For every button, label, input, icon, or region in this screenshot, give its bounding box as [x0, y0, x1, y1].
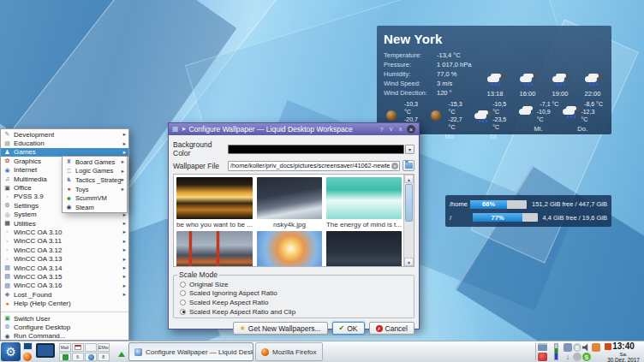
menu-item[interactable]: ◆ Lost _Found ▸: [1, 290, 128, 299]
background-color-swatch[interactable]: [228, 145, 404, 154]
menu-item[interactable]: ▨ WinCC OA 3.14 ▸: [1, 264, 128, 272]
network-icon[interactable]: [592, 343, 600, 352]
submenu-item[interactable]: ◉ Steam ▸: [63, 203, 127, 212]
pager-desktop-cell[interactable]: Mail: [59, 343, 71, 352]
daily-forecast-item: -15,3 °C -22,7 °C Mo.: [428, 100, 473, 140]
menu-item[interactable]: ● Help (Help Center) ▸: [1, 299, 128, 307]
weather-detail-row: Wind Direction: 120 °: [384, 88, 480, 98]
dark-tree-photo-icon[interactable]: [326, 231, 402, 267]
browse-file-button[interactable]: [402, 160, 414, 171]
red-app-icon[interactable]: [538, 353, 547, 361]
menu-item[interactable]: ▫ WinCC OA 3.10 ▸: [1, 228, 128, 236]
lock-icon[interactable]: [564, 343, 572, 352]
pager-indicator-icon[interactable]: [118, 352, 125, 357]
pager-desktop-cell[interactable]: EMw: [98, 343, 110, 352]
idle-icon[interactable]: [573, 353, 581, 361]
radio-button-icon[interactable]: [180, 290, 186, 296]
scrollbar[interactable]: ▲ ▼: [403, 175, 414, 266]
cloud-icon: [516, 104, 537, 119]
menu-item[interactable]: ▫ WinCC OA 3.13 ▸: [1, 254, 128, 263]
help-button[interactable]: ?: [377, 125, 386, 134]
kde-launcher-button[interactable]: ⚙: [1, 342, 21, 361]
night-sky-photo-icon[interactable]: [257, 177, 322, 219]
menu-item[interactable]: ✎ Development ▸: [1, 130, 128, 139]
cancel-button[interactable]: ✗ Cancel: [369, 322, 414, 335]
sunset-lake-photo-icon[interactable]: [176, 177, 253, 219]
submenu-item[interactable]: ♞ Tactics _Strategy ▸: [63, 175, 127, 185]
close-button[interactable]: ×: [407, 125, 415, 134]
winter-sunrise-photo-icon[interactable]: [257, 231, 322, 267]
task-button[interactable]: Configure Wallpaper — Liquid Desktop Wor…: [128, 342, 253, 361]
pager-desktop-cell[interactable]: 6: [72, 353, 84, 361]
menu-item[interactable]: ▨ WinCC OA 3.15 ▸: [1, 272, 128, 281]
system-tray: B↓S: [564, 343, 601, 362]
menu-item[interactable]: ▦ Utilities ▸: [1, 219, 128, 228]
menu-item[interactable]: ▫ WinCC OA 3.11 ▸: [1, 237, 128, 246]
firefox-launcher-icon[interactable]: [23, 353, 32, 361]
scale-mode-option[interactable]: Original Size: [177, 280, 410, 289]
task-button[interactable]: Mozilla Firefox: [255, 342, 323, 361]
submenu-arrow-icon: ▸: [123, 149, 126, 156]
scroll-down-icon[interactable]: ▼: [404, 258, 414, 266]
virtual-desktop-pager: Mail EMw 6 8: [59, 343, 110, 361]
volume-icon[interactable]: [582, 343, 591, 352]
radio-button-icon[interactable]: [180, 309, 186, 315]
bluetooth-icon[interactable]: B: [573, 343, 581, 352]
wallpaper-thumbnail[interactable]: be who you want to be ...: [176, 177, 253, 229]
menu-item[interactable]: ▨ WinCC OA 3.16 ▸: [1, 282, 128, 290]
scale-mode-option[interactable]: Scaled Ignoring Aspect Ratio: [177, 289, 410, 299]
maximize-button[interactable]: ∧: [396, 125, 405, 134]
menu-item[interactable]: ▸: [1, 308, 128, 312]
shade-button[interactable]: ∨: [386, 125, 396, 134]
wallpaper-thumbnail[interactable]: [176, 231, 253, 267]
configure-wallpaper-dialog: ▦ ➤ Configure Wallpaper — Liquid Desktop…: [168, 122, 420, 329]
pin-icon[interactable]: ➤: [182, 125, 187, 134]
menu-item[interactable]: ▣ Switch User ▸: [1, 314, 128, 323]
submenu-arrow-icon: ▸: [123, 140, 126, 147]
menu-item[interactable]: ▤ Education ▸: [1, 139, 128, 147]
kde-launcher-icon: ⚙: [5, 345, 16, 359]
clear-icon[interactable]: ×: [391, 163, 398, 169]
get-new-wallpapers-button[interactable]: ★ Get New Wallpapers...: [233, 322, 328, 335]
wallpaper-thumbnail[interactable]: nsky4k.jpg: [257, 177, 322, 229]
wallpaper-thumbnail[interactable]: [326, 231, 402, 267]
pager-desktop-cell[interactable]: [72, 343, 84, 352]
pager-desktop-cell[interactable]: [85, 353, 97, 361]
skype-icon[interactable]: S: [582, 353, 591, 361]
clock-widget[interactable]: 13:40 Sa. 30.Dez. 2017: [605, 342, 642, 362]
ocean-wave-photo-icon[interactable]: [326, 177, 402, 219]
scale-mode-option[interactable]: Scaled Keep Aspect Ratio: [177, 298, 410, 307]
wallpaper-thumbnail[interactable]: The energy of mind is t...: [326, 177, 402, 229]
pager-desktop-cell[interactable]: [59, 353, 71, 361]
dialog-titlebar[interactable]: ▦ ➤ Configure Wallpaper — Liquid Desktop…: [169, 123, 419, 135]
submenu-item[interactable]: ● Toys ▸: [63, 185, 127, 194]
radio-button-icon[interactable]: [180, 300, 186, 306]
kde-app-icon: [88, 354, 94, 360]
scrollbar-thumb[interactable]: [405, 184, 413, 222]
daily-forecast-item: -8,6 °C -12,3 °C Do.: [560, 100, 605, 140]
submenu-item[interactable]: ♖ Logic Games ▸: [63, 167, 127, 176]
submenu-item[interactable]: ☻ ScummVM ▸: [63, 193, 127, 203]
scroll-up-icon[interactable]: ▲: [404, 175, 414, 183]
color-dropdown-arrow-icon[interactable]: ▾: [405, 145, 414, 154]
pager-desktop-cell[interactable]: 8: [98, 353, 110, 361]
raincloud-icon: [560, 104, 581, 119]
ok-button[interactable]: ✔ OK: [332, 322, 365, 335]
wallpaper-file-input[interactable]: [228, 161, 400, 171]
klipper-icon[interactable]: [538, 343, 547, 351]
menu-item[interactable]: ⚙ Configure Desktop ▸: [1, 323, 128, 331]
konsole-launcher-icon[interactable]: [36, 343, 55, 358]
wallpaper-thumbnail[interactable]: [257, 231, 322, 267]
show-desktop-icon[interactable]: [23, 342, 33, 350]
scale-mode-option[interactable]: Scaled Keep Aspect Ratio and Clip: [177, 307, 410, 317]
menu-item[interactable]: ▫ WinCC OA 3.12 ▸: [1, 246, 128, 254]
submenu-item[interactable]: ♜ Board Games ▸: [63, 157, 127, 167]
weather-city: New York: [384, 32, 605, 46]
golden-gate-photo-icon[interactable]: [176, 231, 253, 267]
radio-button-icon[interactable]: [180, 282, 186, 288]
multimedia-icon: ♫: [3, 175, 11, 182]
download-icon[interactable]: ↓: [564, 353, 572, 361]
disk-usage-bar: 66%: [470, 200, 527, 209]
pager-desktop-cell[interactable]: [85, 343, 97, 352]
menu-item[interactable]: ◉ Run Command... ▸: [1, 332, 128, 341]
